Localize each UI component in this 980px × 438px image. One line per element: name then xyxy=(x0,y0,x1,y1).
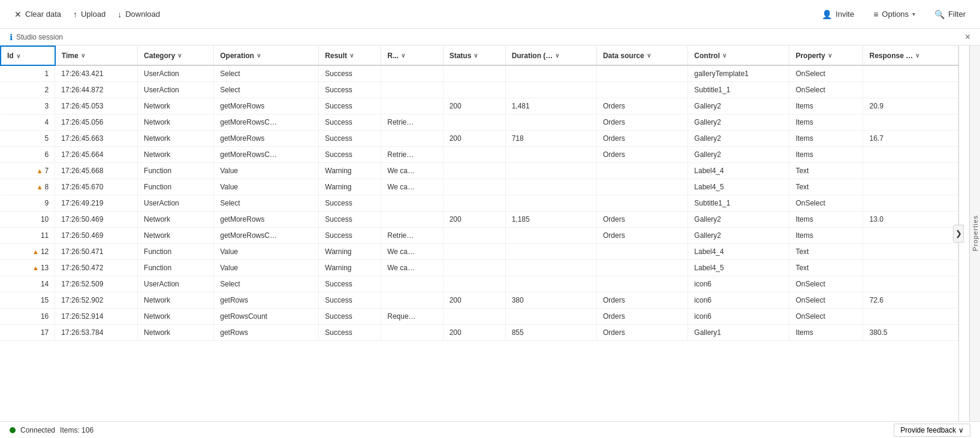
options-button[interactable]: ≡ Options ▾ xyxy=(869,7,920,22)
cell-operation: getRows xyxy=(214,325,319,341)
control-col-arrow: ∨ xyxy=(722,52,726,59)
datasource-col-label: Data source xyxy=(603,52,644,60)
control-col-label: Control xyxy=(694,52,720,60)
cell-id: 11 xyxy=(1,228,55,244)
cell-result: Success xyxy=(319,212,381,228)
time-col-label: Time xyxy=(62,52,79,60)
cell-category: Network xyxy=(138,98,214,114)
col-duration[interactable]: Duration (… ∨ xyxy=(505,46,596,65)
table-row: 1117:26:50.469NetworkgetMoreRowsC…Succes… xyxy=(1,228,958,244)
cell-response xyxy=(863,228,958,244)
cell-status: 200 xyxy=(443,325,505,341)
cell-result: Success xyxy=(319,325,381,341)
upload-button[interactable]: ↑ Upload xyxy=(68,7,110,22)
col-datasource[interactable]: Data source ∨ xyxy=(596,46,687,65)
close-button[interactable]: × xyxy=(965,32,970,43)
cell-duration xyxy=(505,276,596,292)
clear-data-button[interactable]: ✕ Clear data xyxy=(10,7,66,22)
toolbar: ✕ Clear data ↑ Upload ↓ Download 👤 Invit… xyxy=(0,0,980,29)
cell-category: UserAction xyxy=(138,82,214,98)
cell-control: Gallery2 xyxy=(688,228,789,244)
cell-datasource: Orders xyxy=(596,325,687,341)
col-r[interactable]: R... ∨ xyxy=(381,46,443,65)
cell-duration xyxy=(505,114,596,131)
table-row: 1417:26:52.509UserActionSelectSuccessico… xyxy=(1,276,958,292)
cell-property: Items xyxy=(789,228,863,244)
cell-operation: Value xyxy=(214,260,319,276)
cell-control: Label4_5 xyxy=(688,179,789,195)
cell-control: Label4_5 xyxy=(688,260,789,276)
cell-datasource xyxy=(596,163,687,179)
col-response[interactable]: Response … ∨ xyxy=(863,46,958,65)
cell-r: We ca… xyxy=(381,163,443,179)
cell-id: 4 xyxy=(1,114,55,131)
side-panel-container: Properties ❯ xyxy=(958,46,980,421)
download-icon: ↓ xyxy=(117,10,122,19)
cell-category: UserAction xyxy=(138,195,214,212)
cell-property: Text xyxy=(789,179,863,195)
operation-col-label: Operation xyxy=(220,52,254,60)
cell-property: OnSelect xyxy=(789,195,863,212)
provide-feedback-button[interactable]: Provide feedback ∨ xyxy=(894,424,970,437)
cell-response xyxy=(863,260,958,276)
col-operation[interactable]: Operation ∨ xyxy=(214,46,319,65)
col-control[interactable]: Control ∨ xyxy=(688,46,789,65)
cell-id: ▲ 7 xyxy=(1,163,55,179)
table-row: 1517:26:52.902NetworkgetRowsSuccess20038… xyxy=(1,292,958,309)
cell-r: We ca… xyxy=(381,260,443,276)
col-status[interactable]: Status ∨ xyxy=(443,46,505,65)
table-row: 217:26:44.872UserActionSelectSuccessSubt… xyxy=(1,82,958,98)
cell-duration xyxy=(505,228,596,244)
table-row: 1717:26:53.784NetworkgetRowsSuccess20085… xyxy=(1,325,958,341)
cell-time: 17:26:44.872 xyxy=(55,82,138,98)
invite-button[interactable]: 👤 Invite xyxy=(817,7,859,22)
category-col-arrow: ∨ xyxy=(177,52,182,59)
cell-response xyxy=(863,163,958,179)
cell-time: 17:26:52.509 xyxy=(55,276,138,292)
filter-button[interactable]: 🔍 Filter xyxy=(930,7,970,22)
col-result[interactable]: Result ∨ xyxy=(319,46,381,65)
cell-datasource: Orders xyxy=(596,309,687,325)
cell-status xyxy=(443,309,505,325)
clear-data-icon: ✕ xyxy=(14,10,22,19)
col-category[interactable]: Category ∨ xyxy=(138,46,214,65)
download-button[interactable]: ↓ Download xyxy=(113,7,165,22)
cell-operation: Value xyxy=(214,163,319,179)
cell-status xyxy=(443,276,505,292)
table-row: ▲ 1317:26:50.472FunctionValueWarningWe c… xyxy=(1,260,958,276)
datasource-col-arrow: ∨ xyxy=(647,52,651,59)
response-col-arrow: ∨ xyxy=(915,52,919,59)
cell-result: Success xyxy=(319,309,381,325)
col-property[interactable]: Property ∨ xyxy=(789,46,863,65)
cell-category: Network xyxy=(138,292,214,309)
cell-response xyxy=(863,65,958,82)
table-row: 917:26:49.219UserActionSelectSuccessSubt… xyxy=(1,195,958,212)
cell-operation: getMoreRows xyxy=(214,98,319,114)
cell-control: icon6 xyxy=(688,276,789,292)
col-time[interactable]: Time ∨ xyxy=(55,46,138,65)
side-panel-toggle[interactable]: ❯ xyxy=(953,225,964,243)
cell-r xyxy=(381,195,443,212)
col-id[interactable]: Id ∨ xyxy=(1,46,55,65)
toolbar-left: ✕ Clear data ↑ Upload ↓ Download xyxy=(10,7,165,22)
cell-response: 16.7 xyxy=(863,131,958,147)
cell-r: We ca… xyxy=(381,244,443,260)
cell-id: ▲ 8 xyxy=(1,179,55,195)
cell-response xyxy=(863,276,958,292)
cell-control: Label4_4 xyxy=(688,244,789,260)
cell-category: Network xyxy=(138,325,214,341)
properties-panel[interactable]: Properties xyxy=(969,46,980,421)
cell-id: 3 xyxy=(1,98,55,114)
table-scroll-area[interactable]: Id ∨ Time ∨ Category ∨ xyxy=(0,46,958,421)
cell-response: 72.6 xyxy=(863,292,958,309)
warning-icon: ▲ xyxy=(37,183,45,191)
cell-duration xyxy=(505,244,596,260)
cell-duration: 380 xyxy=(505,292,596,309)
properties-panel-label: Properties xyxy=(972,215,979,251)
clear-data-label: Clear data xyxy=(25,10,61,19)
cell-r xyxy=(381,212,443,228)
cell-category: Network xyxy=(138,131,214,147)
cell-category: Function xyxy=(138,244,214,260)
table-row: ▲ 1217:26:50.471FunctionValueWarningWe c… xyxy=(1,244,958,260)
cell-operation: getMoreRowsC… xyxy=(214,147,319,163)
